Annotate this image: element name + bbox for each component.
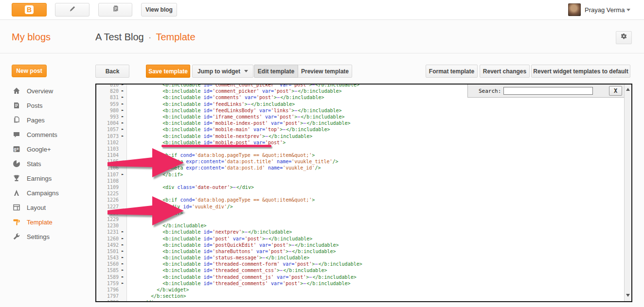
fold-arrow-icon[interactable]: ► [119, 261, 126, 267]
fold-arrow-icon[interactable]: ► [119, 84, 126, 88]
save-template-button[interactable]: Save template [146, 65, 190, 78]
comments-icon [13, 131, 20, 138]
search-input[interactable] [503, 87, 593, 95]
sidebar-item-stats[interactable]: Stats [13, 156, 90, 171]
back-label: Back [106, 68, 120, 75]
sidebar-item-google[interactable]: g+Google+ [13, 142, 90, 156]
fold-arrow-icon[interactable]: ► [119, 126, 126, 133]
scroll-down-icon[interactable] [626, 294, 630, 297]
fold-arrow-icon[interactable]: ► [119, 242, 126, 248]
header: My blogs A Test Blog·Template [0, 20, 644, 53]
sidebar-item-earnings[interactable]: Earnings [13, 171, 90, 186]
editor-scrollbar[interactable] [624, 85, 631, 301]
code-line: 1004► <b:includable id='mobile-index-pos… [96, 120, 624, 126]
search-bar: Search: X [467, 85, 624, 98]
avatar[interactable] [568, 3, 581, 16]
sidebar-item-layout[interactable]: Layout [13, 200, 90, 215]
blogger-logo-button[interactable]: B [12, 3, 47, 17]
format-template-label: Format template [429, 68, 474, 75]
revert-widget-templates-button[interactable]: Revert widget templates to default [531, 65, 630, 78]
line-number: 1229 [96, 216, 119, 222]
blogger-b-icon: B [25, 5, 34, 14]
sidebar-item-campaigns[interactable]: Campaigns [13, 186, 90, 200]
googleplus-icon: g+ [13, 145, 20, 153]
scroll-up-icon[interactable] [626, 88, 630, 91]
code-line: 1229 [96, 216, 624, 222]
view-blog-button[interactable]: View blog [141, 3, 177, 17]
user-name[interactable]: Prayag Verma [585, 6, 625, 14]
fold-arrow-slot [119, 299, 126, 302]
breadcrumb-separator: · [148, 32, 152, 42]
sidebar-item-label: Comments [27, 131, 57, 138]
new-post-pencil-button[interactable] [55, 3, 89, 17]
fold-arrow-slot [119, 204, 126, 210]
back-button[interactable]: Back [95, 65, 129, 78]
line-number: 1501 [96, 248, 119, 255]
fold-arrow-icon[interactable]: ► [119, 94, 126, 101]
line-number: 1226 [96, 197, 119, 203]
fold-arrow-icon[interactable]: ► [119, 274, 126, 280]
fold-arrow-icon[interactable]: ► [119, 114, 126, 120]
sidebar-item-overview[interactable]: Overview [13, 84, 90, 98]
code-line: 1796 </b:widget> [96, 287, 624, 293]
jump-to-widget-dropdown[interactable]: Jump to widget [192, 65, 253, 78]
edit-template-tab[interactable]: Edit template [254, 65, 298, 78]
sidebar-item-label: Pages [27, 117, 45, 124]
sidebar-item-label: Posts [27, 102, 43, 109]
sidebar-item-label: Stats [27, 160, 41, 168]
search-close-button[interactable]: X [609, 86, 622, 96]
code-line: 1227 <div id='vuukle_div'/> [96, 204, 624, 210]
fold-arrow-icon[interactable]: ► [119, 171, 126, 178]
format-template-button[interactable]: Format template [426, 65, 478, 78]
line-number: 1798 [96, 299, 119, 302]
line-number: 1260 [96, 236, 119, 242]
revert-widget-templates-label: Revert widget templates to default [533, 68, 628, 75]
code-line: 1107► </b:if> [96, 171, 624, 178]
sidebar-item-comments[interactable]: Comments [13, 127, 90, 142]
code-line: 1103 [96, 146, 624, 152]
fold-arrow-icon[interactable]: ► [119, 88, 126, 94]
code-line: 980► <b:includable id='feedLinksBody' va… [96, 107, 624, 114]
fold-arrow-icon[interactable]: ► [119, 280, 126, 287]
new-post-button[interactable]: New post [12, 65, 47, 77]
line-number: 959 [96, 101, 119, 107]
code-line: 1073► <b:includable id='mobile-nextprev'… [96, 133, 624, 139]
edit-template-label: Edit template [258, 68, 294, 75]
fold-arrow-icon[interactable]: ► [119, 101, 126, 107]
fold-arrow-icon[interactable]: ► [119, 255, 126, 261]
line-number: 1797 [96, 293, 119, 299]
fold-arrow-icon[interactable]: ► [119, 267, 126, 273]
sidebar-item-template[interactable]: Template [13, 215, 90, 229]
code-line: 993► <b:includable id='iframe_comments' … [96, 114, 624, 120]
topbar: B View blog Prayag Verma [0, 0, 644, 20]
fold-arrow-icon[interactable]: ► [119, 120, 126, 126]
fold-arrow-icon[interactable]: ► [119, 248, 126, 255]
sidebar-item-settings[interactable]: Settings [13, 229, 90, 244]
code-line: 1225 [96, 190, 624, 197]
sidebar-item-posts[interactable]: Posts [13, 98, 90, 113]
preview-template-tab[interactable]: Preview template [298, 65, 352, 78]
breadcrumb-section-template[interactable]: Template [156, 32, 195, 42]
fold-arrow-icon[interactable]: ► [119, 229, 126, 235]
fold-arrow-icon[interactable]: ► [119, 236, 126, 242]
settings-gear-button[interactable] [616, 31, 632, 44]
fold-arrow-slot [119, 178, 126, 184]
line-number: 1225 [96, 190, 119, 197]
earnings-icon [13, 174, 20, 182]
code-line: 1226 <b:if cond='data:blog.pageType == &… [96, 197, 624, 203]
my-blogs-link[interactable]: My blogs [12, 32, 51, 43]
sidebar-item-pages[interactable]: Pages [13, 113, 90, 127]
chevron-down-icon [244, 70, 248, 72]
line-number: 1759 [96, 280, 119, 287]
fold-arrow-icon[interactable]: ► [119, 133, 126, 139]
post-list-button[interactable] [98, 3, 132, 17]
line-number: 1106 [96, 165, 119, 171]
user-menu-caret-icon[interactable] [626, 9, 630, 11]
fold-arrow-icon[interactable]: ► [119, 107, 126, 114]
line-number: 1108 [96, 178, 119, 184]
line-number: 810 [96, 84, 119, 88]
code-line: 1759► <b:includable id='threaded_comment… [96, 280, 624, 287]
revert-changes-button[interactable]: Revert changes [480, 65, 530, 78]
template-code-editor[interactable]: 810► <b:includable id='comment_count_pic… [95, 84, 632, 302]
new-post-label: New post [16, 68, 42, 74]
